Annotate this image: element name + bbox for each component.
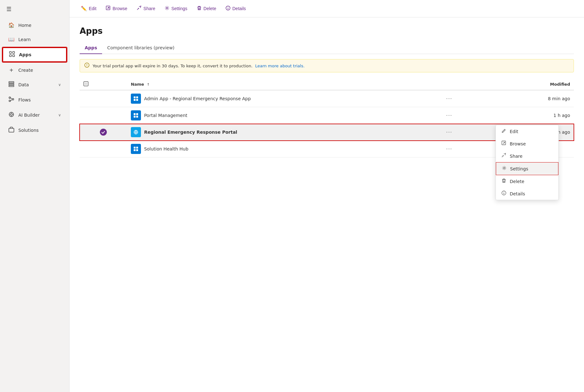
edit-button[interactable]: ✏️ Edit [77, 4, 100, 13]
share-button[interactable]: Share [133, 4, 159, 13]
notice-main-text: Your trial portal app will expire in 30 … [93, 64, 252, 68]
sidebar-item-apps-label: Apps [19, 52, 31, 57]
svg-point-7 [9, 97, 11, 99]
app-icon-grid [131, 94, 141, 104]
svg-rect-25 [134, 99, 136, 101]
sidebar-item-home-label: Home [18, 23, 31, 28]
svg-rect-4 [9, 82, 14, 83]
table-header: Name ↑ Modified [80, 79, 574, 90]
svg-rect-30 [136, 116, 138, 118]
sidebar-item-flows[interactable]: Flows [2, 93, 67, 107]
sidebar-item-apps[interactable]: Apps [2, 47, 67, 63]
context-browse-label: Browse [510, 141, 526, 146]
col-checkbox [80, 79, 127, 90]
home-icon: 🏠 [8, 22, 15, 28]
svg-rect-5 [9, 83, 14, 85]
sidebar-item-solutions-label: Solutions [18, 128, 39, 133]
context-menu-share[interactable]: Share [496, 150, 558, 162]
context-menu-details[interactable]: Details [496, 187, 558, 200]
sidebar-item-home[interactable]: 🏠 Home [2, 18, 67, 32]
sidebar-item-solutions[interactable]: Solutions [2, 123, 67, 138]
app-icon-grid [131, 144, 141, 154]
delete-label: Delete [204, 6, 216, 11]
row3-name-cell[interactable]: Regional Emergency Response Portal [127, 124, 423, 141]
context-edit-label: Edit [510, 129, 518, 134]
row1-app-name: Admin App - Regional Emergency Response … [144, 96, 251, 101]
browse-label: Browse [113, 6, 127, 11]
context-delete-icon [501, 178, 507, 184]
context-browse-icon [501, 141, 507, 147]
row2-check[interactable] [80, 107, 127, 124]
sidebar-item-ai-builder[interactable]: AI Builder ∨ [2, 108, 67, 122]
ai-builder-icon [8, 112, 15, 119]
row3-check[interactable] [80, 124, 127, 141]
row4-name-cell[interactable]: Solution Health Hub [127, 141, 423, 157]
settings-icon [165, 6, 169, 11]
col-name-header[interactable]: Name ↑ [127, 79, 423, 90]
app-icon-globe [131, 127, 141, 137]
table-row[interactable]: Portal Management ··· 1 h ago [80, 107, 574, 124]
row2-more-button[interactable]: ··· [423, 107, 475, 124]
delete-button[interactable]: Delete [193, 4, 220, 13]
row2-name-cell[interactable]: Portal Management [127, 107, 423, 124]
svg-rect-27 [134, 113, 136, 115]
sidebar-item-ai-builder-label: AI Builder [18, 113, 40, 118]
delete-icon [197, 6, 202, 11]
context-menu-settings[interactable]: Settings [496, 162, 558, 175]
edit-label: Edit [89, 6, 96, 11]
sidebar-item-flows-label: Flows [18, 97, 31, 102]
sidebar-item-create-label: Create [18, 68, 33, 73]
table-row[interactable]: Admin App - Regional Emergency Response … [80, 90, 574, 107]
row1-modified: 8 min ago [475, 90, 574, 107]
tab-apps-label: Apps [85, 45, 97, 50]
svg-rect-6 [9, 85, 14, 87]
context-delete-label: Delete [510, 179, 524, 184]
svg-point-11 [9, 112, 14, 117]
ai-builder-chevron-icon: ∨ [58, 113, 61, 117]
hamburger-menu[interactable]: ☰ [0, 0, 69, 18]
row1-name-cell[interactable]: Admin App - Regional Emergency Response … [127, 90, 423, 107]
svg-point-37 [503, 167, 505, 169]
notice-link[interactable]: Learn more about trials. [255, 64, 304, 68]
sidebar-item-data[interactable]: Data ∨ [2, 77, 67, 92]
details-button[interactable]: Details [222, 4, 250, 13]
hamburger-icon: ☰ [6, 6, 11, 12]
notice-icon [84, 63, 89, 69]
context-menu-edit[interactable]: Edit [496, 125, 558, 138]
details-label: Details [232, 6, 246, 11]
context-details-icon [501, 191, 507, 197]
app-icon-grid [131, 110, 141, 120]
context-settings-icon [501, 166, 507, 172]
svg-rect-32 [134, 147, 136, 149]
col-modified-header[interactable]: Modified [475, 79, 574, 90]
svg-rect-35 [136, 149, 138, 151]
svg-rect-26 [136, 99, 138, 101]
row4-check[interactable] [80, 141, 127, 157]
context-menu-delete[interactable]: Delete [496, 175, 558, 187]
settings-button[interactable]: Settings [161, 4, 191, 13]
svg-rect-16 [9, 128, 14, 132]
browse-icon [106, 6, 111, 11]
sidebar-item-create[interactable]: + Create [2, 63, 67, 77]
context-menu-browse[interactable]: Browse [496, 138, 558, 150]
row1-more-button[interactable]: ··· [423, 90, 475, 107]
learn-icon: 📖 [8, 36, 15, 42]
svg-rect-34 [134, 149, 136, 151]
toolbar: ✏️ Edit Browse Share Settings Delete [70, 0, 584, 17]
context-share-icon [501, 153, 507, 159]
row1-check[interactable] [80, 90, 127, 107]
svg-rect-29 [134, 116, 136, 118]
browse-button[interactable]: Browse [102, 4, 131, 13]
sidebar: ☰ 🏠 Home 📖 Learn Apps + Create [0, 0, 70, 392]
col-modified-label: Modified [550, 82, 570, 87]
trial-notice-banner: Your trial portal app will expire in 30 … [80, 59, 574, 72]
tab-component-libraries[interactable]: Component libraries (preview) [102, 42, 179, 54]
svg-rect-33 [136, 147, 138, 149]
row3-more-button[interactable]: ··· [423, 124, 475, 141]
tab-apps[interactable]: Apps [80, 42, 102, 54]
context-details-label: Details [510, 191, 525, 196]
content-area: Apps Apps Component libraries (preview) … [70, 17, 584, 392]
sidebar-item-learn[interactable]: 📖 Learn [2, 33, 67, 46]
tabs-bar: Apps Component libraries (preview) [80, 42, 574, 54]
row4-more-button[interactable]: ··· [423, 141, 475, 157]
